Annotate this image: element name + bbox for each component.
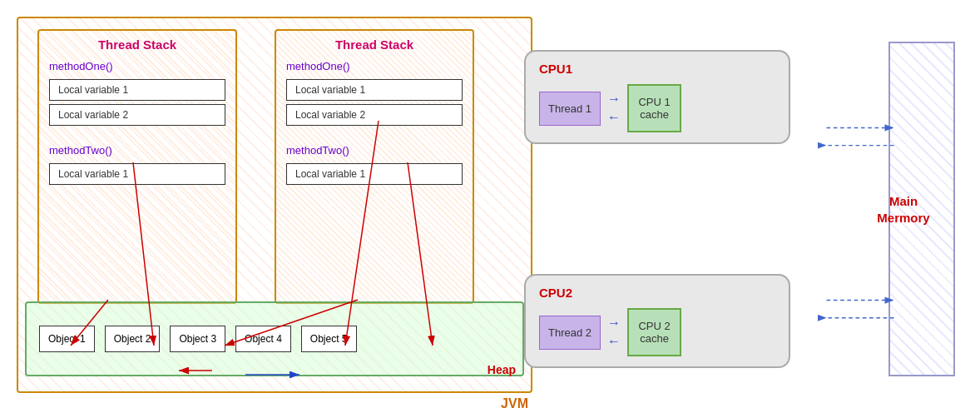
cpu2-cache: CPU 2 cache <box>627 308 681 356</box>
stack2-method1-var2: Local variable 2 <box>286 104 463 126</box>
cpu1-container: CPU1 Thread 1 → ← CPU 1 cache <box>524 50 790 144</box>
stack2-method1-label: methodOne() <box>276 55 473 76</box>
thread-stack-1-title: Thread Stack <box>39 31 235 55</box>
cpu1-cache: CPU 1 cache <box>627 84 681 132</box>
stack1-method2-var1: Local variable 1 <box>49 163 225 185</box>
cpu2-container: CPU2 Thread 2 → ← CPU 2 cache <box>524 274 790 368</box>
cpu2-thread: Thread 2 <box>539 316 601 350</box>
stack1-method1-var1: Local variable 1 <box>49 79 225 101</box>
heap-obj2: Object 2 <box>105 326 161 352</box>
cpu1-arrow-right-icon: → <box>607 92 621 107</box>
cpu2-inner: Thread 2 → ← CPU 2 cache <box>539 308 775 356</box>
cpu-diagram: Main Mermory CPU1 Thread 1 → ← CPU 1 cac… <box>549 0 980 418</box>
heap-objects: Object 1 Object 2 Object 3 Object 4 Obje… <box>27 303 522 375</box>
stack1-method1-label: methodOne() <box>39 55 235 76</box>
cpu1-inner: Thread 1 → ← CPU 1 cache <box>539 84 775 132</box>
right-panel-inner: Main Mermory CPU1 Thread 1 → ← CPU 1 cac… <box>557 17 972 401</box>
thread-stack-1: Thread Stack methodOne() Local variable … <box>37 29 237 304</box>
heap-label: Heap <box>488 363 516 376</box>
stack1-method1-var2: Local variable 2 <box>49 104 225 126</box>
stack1-method2-label: methodTwo() <box>39 139 235 160</box>
thread-stack-2-title: Thread Stack <box>276 31 473 55</box>
heap-obj3: Object 3 <box>170 326 225 352</box>
cpu1-title: CPU1 <box>539 62 775 76</box>
heap-area: Object 1 Object 2 Object 3 Object 4 Obje… <box>25 301 524 376</box>
stack2-method2-label: methodTwo() <box>276 139 473 160</box>
cpu2-title: CPU2 <box>539 286 775 300</box>
main-memory: Main Mermory <box>888 42 955 376</box>
cpu2-arrow-left-icon: ← <box>607 334 621 349</box>
cpu1-thread: Thread 1 <box>539 92 601 126</box>
stack2-method2-var1: Local variable 1 <box>286 163 463 185</box>
cpu2-arrow-right-icon: → <box>607 316 621 331</box>
heap-obj4: Object 4 <box>235 326 291 352</box>
thread-stack-2: Thread Stack methodOne() Local variable … <box>275 29 474 304</box>
heap-obj1: Object 1 <box>39 326 95 352</box>
jvm-label: JVM <box>501 396 528 411</box>
heap-obj5: Object 5 <box>301 326 357 352</box>
cpu1-arrow-left-icon: ← <box>607 110 621 125</box>
stack2-method1-var1: Local variable 1 <box>286 79 463 101</box>
jvm-diagram: Thread Stack methodOne() Local variable … <box>0 0 549 418</box>
main-memory-label: Main Mermory <box>872 193 935 226</box>
